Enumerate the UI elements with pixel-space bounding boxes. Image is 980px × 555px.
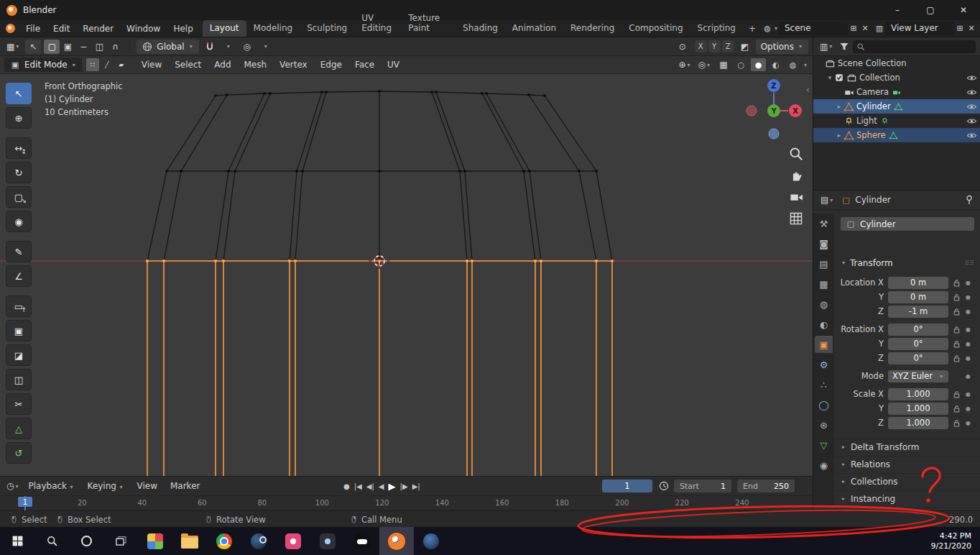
timeline-menu-playback[interactable]: Playback ▾ — [22, 481, 81, 491]
section-instancing[interactable]: ▸Instancing — [835, 490, 980, 506]
filter-icon[interactable] — [838, 41, 850, 52]
pin-icon[interactable] — [963, 194, 975, 206]
inset-faces-tool-button[interactable]: ▣ — [6, 320, 32, 341]
properties-tab-physics[interactable]: ◯ — [815, 396, 833, 413]
value-field[interactable]: 1.000 — [888, 388, 948, 400]
select-option-set-icon[interactable]: ▢ — [44, 40, 60, 54]
workspace-tab-sculpting[interactable]: Sculpting — [300, 20, 354, 37]
taskbar-app-dark-button[interactable] — [310, 527, 345, 555]
value-field[interactable]: 0° — [888, 324, 948, 336]
menu-render[interactable]: Render — [76, 24, 120, 34]
scale-tool-button[interactable]: ▢↘ — [6, 186, 32, 208]
eye-icon[interactable] — [966, 130, 977, 141]
timeline-editor-type-button[interactable]: ◷▾ — [4, 479, 22, 493]
snap-settings-dropdown[interactable]: ▾ — [221, 40, 236, 54]
properties-tab-scene[interactable]: ◍ — [815, 295, 833, 313]
view-layer-field[interactable]: View Layer — [885, 22, 954, 35]
workspace-tab-modeling[interactable]: Modeling — [246, 20, 300, 37]
taskbar-steam-button[interactable] — [241, 527, 276, 555]
prev-keyframe-button[interactable]: ◀| — [366, 482, 374, 490]
value-field[interactable]: -1 m — [888, 306, 948, 318]
viewport-menu-edge[interactable]: Edge — [314, 60, 348, 70]
add-workspace-button[interactable]: + — [743, 24, 762, 37]
select-mode-edge-button[interactable]: ╱ — [101, 58, 114, 71]
lock-open-icon[interactable] — [952, 354, 961, 363]
scene-selector[interactable]: ◍ ▾ Scene ⊞ ✕ — [762, 21, 871, 35]
end-frame-field[interactable]: End 250 — [737, 480, 795, 492]
taskbar-blender-button[interactable] — [379, 527, 414, 555]
viewport-menu-uv[interactable]: UV — [381, 60, 406, 70]
shading-rendered-button[interactable]: ◍ — [785, 58, 800, 71]
taskbar-task-view-button[interactable] — [103, 527, 138, 555]
orientation-dropdown[interactable]: Global ▾ — [137, 40, 198, 54]
minimize-button[interactable]: – — [881, 0, 914, 20]
shading-solid-button[interactable]: ● — [751, 58, 766, 71]
workspace-tab-animation[interactable]: Animation — [505, 20, 563, 37]
eye-icon[interactable] — [966, 87, 977, 98]
unlink-scene-icon[interactable]: ✕ — [859, 22, 871, 34]
system-clock[interactable]: 4:42 PM 9/21/2020 — [931, 527, 980, 555]
lock-open-icon[interactable] — [952, 293, 961, 302]
animate-dot-icon[interactable]: ● — [966, 405, 971, 412]
value-field[interactable]: 0 m — [888, 277, 948, 289]
properties-tab-modifiers[interactable]: ⚙ — [815, 356, 833, 373]
rotation-mode-dropdown[interactable]: XYZ Euler▾ — [888, 370, 948, 382]
timeline-menu-keying[interactable]: Keying ▾ — [81, 481, 131, 491]
nav-magnifier-button[interactable] — [788, 146, 804, 162]
scene-name-field[interactable]: Scene — [779, 22, 848, 35]
disclosure-icon[interactable]: ▸ — [835, 132, 843, 139]
outliner-row-scene-collection[interactable]: Scene Collection — [813, 56, 980, 70]
bevel-tool-button[interactable]: ◪ — [6, 344, 32, 366]
measure-tool-button[interactable]: ∠ — [6, 265, 32, 287]
outliner-row-cylinder[interactable]: ▸Cylinder — [813, 99, 980, 114]
animate-dot-icon[interactable]: ● — [966, 391, 971, 398]
properties-tab-object[interactable]: ▣ — [815, 336, 833, 353]
prev-frame-button[interactable]: ◀ — [379, 482, 384, 490]
3d-viewport[interactable]: ZYX Front Orthographic(1) Cylinder10 Cen… — [0, 74, 813, 476]
blender-menu-icon[interactable] — [6, 24, 15, 33]
outliner-row-camera[interactable]: Camera — [813, 85, 980, 99]
lock-open-icon[interactable] — [952, 418, 961, 428]
animate-dot-icon[interactable]: ● — [966, 341, 971, 347]
menu-edit[interactable]: Edit — [47, 24, 76, 34]
preview-range-clock-icon[interactable] — [658, 480, 670, 492]
auto-key-button[interactable]: ● — [343, 482, 350, 490]
object-name-field[interactable]: ▢ Cylinder — [841, 217, 974, 231]
taskbar-steam-alt-button[interactable] — [414, 527, 448, 555]
outliner-row-light[interactable]: Light — [813, 114, 980, 128]
eye-icon[interactable] — [966, 101, 977, 112]
disclosure-icon[interactable]: ▸ — [835, 103, 843, 110]
viewport-menu-add[interactable]: Add — [208, 60, 237, 70]
poly-build-tool-button[interactable]: △ — [6, 418, 32, 439]
select-mode-face-button[interactable]: ▰ — [115, 58, 128, 71]
taskbar-app-grid-button[interactable] — [138, 527, 172, 555]
play-button[interactable]: ▶ — [389, 481, 396, 492]
taskbar-file-explorer-button[interactable] — [172, 527, 207, 555]
start-frame-field[interactable]: Start 1 — [674, 480, 731, 492]
properties-tab-object-data[interactable]: ▽ — [815, 436, 833, 454]
nav-grid-button[interactable] — [788, 211, 804, 226]
outliner-row-sphere[interactable]: ▸Sphere — [813, 128, 980, 142]
taskbar-app-pink-button[interactable] — [276, 527, 310, 555]
snap-toggle[interactable] — [202, 40, 218, 54]
taskbar-start-button[interactable] — [0, 527, 34, 555]
value-field[interactable]: 0° — [888, 338, 948, 350]
outliner-editor-type-button[interactable]: ▥▾ — [818, 40, 836, 54]
cursor-tool-button[interactable]: ⊕ — [6, 107, 32, 129]
properties-tab-render[interactable]: ◙ — [815, 235, 833, 252]
loop-cut-tool-button[interactable]: ◫ — [6, 369, 32, 390]
animate-dot-icon[interactable]: ● — [966, 280, 971, 286]
show-gizmo-dropdown[interactable]: ⊕▾ — [676, 58, 693, 72]
options-dropdown[interactable]: Options ▾ — [756, 40, 808, 54]
close-button[interactable]: ✕ — [947, 0, 980, 20]
workspace-tab-shading[interactable]: Shading — [456, 20, 505, 37]
animate-dot-icon[interactable]: ● — [966, 308, 971, 315]
transform-pivot-icon[interactable]: ⊙ — [675, 40, 690, 54]
shading-wireframe-button[interactable]: ○ — [734, 58, 749, 71]
lock-open-icon[interactable] — [952, 404, 961, 413]
workspace-tab-compositing[interactable]: Compositing — [621, 20, 690, 37]
lock-open-icon[interactable] — [952, 307, 961, 316]
mode-dropdown[interactable]: ▣ Edit Mode ▾ — [4, 58, 82, 72]
section-relations[interactable]: ▸Relations — [835, 456, 980, 472]
timeline-menu-view[interactable]: View — [130, 481, 163, 491]
